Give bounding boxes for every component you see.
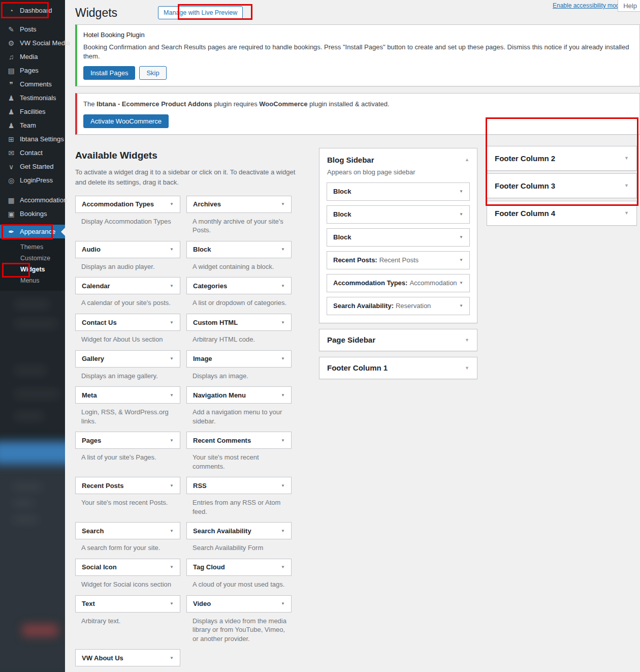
chevron-down-icon[interactable]: ▼ — [281, 601, 285, 606]
chevron-down-icon[interactable]: ▼ — [459, 258, 463, 262]
chevron-down-icon[interactable]: ▼ — [170, 247, 174, 252]
chevron-down-icon[interactable]: ▼ — [170, 320, 174, 325]
widget-card-categories[interactable]: Categories▼ — [186, 277, 292, 294]
help-tab[interactable]: Help ▼ — [618, 0, 640, 12]
footer-column-1-panel[interactable]: Footer Column 1 ▼ — [319, 357, 477, 379]
sidebar-widget-block[interactable]: Block▼ — [327, 228, 470, 247]
chevron-down-icon[interactable]: ▼ — [281, 356, 285, 361]
chevron-down-icon[interactable]: ▼ — [170, 438, 174, 443]
chevron-down-icon[interactable]: ▼ — [170, 483, 174, 488]
calendar-icon: ▣ — [6, 210, 16, 218]
widget-card-custom-html[interactable]: Custom HTML▼ — [186, 314, 292, 331]
widget-card-recent-comments[interactable]: Recent Comments▼ — [186, 432, 292, 449]
chevron-up-icon[interactable]: ▲ — [465, 157, 469, 162]
submenu-item-themes[interactable]: Themes — [0, 241, 65, 253]
sidebar-item-posts[interactable]: ✎ Posts — [0, 22, 65, 36]
sidebar-widget-search-availability[interactable]: Search Availability:Reservation▼ — [327, 297, 470, 315]
widget-card-contact-us[interactable]: Contact Us▼ — [75, 314, 180, 331]
widget-card-accommodation-types[interactable]: Accommodation Types▼ — [75, 196, 180, 213]
sidebar-widget-block[interactable]: Block▼ — [327, 182, 470, 201]
chevron-down-icon[interactable]: ▼ — [170, 393, 174, 398]
widget-card-text[interactable]: Text▼ — [75, 595, 180, 613]
chevron-down-icon[interactable]: ▼ — [459, 212, 463, 217]
sidebar-widget-recent-posts[interactable]: Recent Posts:Recent Posts▼ — [327, 251, 470, 269]
sidebar-item-testimonials[interactable]: ♟ Testimonials — [0, 91, 65, 105]
widget-card-tag-cloud[interactable]: Tag Cloud▼ — [186, 559, 292, 576]
enable-accessibility-link[interactable]: Enable accessibility mode — [553, 2, 623, 9]
footer-column-3-panel[interactable]: Footer Column 3 ▼ — [487, 173, 637, 198]
chevron-down-icon[interactable]: ▼ — [624, 156, 629, 161]
widget-card-search-availability[interactable]: Search Availability▼ — [186, 522, 292, 539]
chevron-down-icon[interactable]: ▼ — [281, 393, 285, 398]
submenu-item-menus[interactable]: Menus — [0, 275, 65, 286]
widget-card-recent-posts[interactable]: Recent Posts▼ — [75, 477, 180, 494]
widget-card-rss[interactable]: RSS▼ — [186, 477, 292, 494]
widget-card-calendar[interactable]: Calendar▼ — [75, 277, 180, 294]
sidebar-item-facilities[interactable]: ♟ Facilities — [0, 105, 65, 118]
chevron-down-icon[interactable]: ▼ — [281, 284, 285, 288]
widget-card-vw-about-us[interactable]: VW About Us▼ — [75, 649, 180, 666]
sidebar-item-media[interactable]: ♫ Media — [0, 50, 65, 64]
chevron-down-icon[interactable]: ▼ — [281, 529, 285, 533]
widgets-board: Available Widgets To activate a widget d… — [75, 145, 640, 672]
sidebar-item-comments[interactable]: ❞ Comments — [0, 77, 65, 91]
chevron-down-icon[interactable]: ▼ — [459, 189, 463, 194]
install-pages-button[interactable]: Install Pages — [83, 66, 135, 80]
sidebar-item-get-started[interactable]: ∨ Get Started — [0, 160, 65, 173]
widget-card-pages[interactable]: Pages▼ — [75, 432, 180, 449]
widget-card-navigation-menu[interactable]: Navigation Menu▼ — [186, 386, 292, 404]
skip-button[interactable]: Skip — [139, 66, 166, 80]
chevron-down-icon[interactable]: ▼ — [170, 202, 174, 206]
sidebar-item-team[interactable]: ♟ Team — [0, 118, 65, 132]
sidebar-item-loginpress[interactable]: ◎ LoginPress — [0, 173, 65, 187]
chevron-down-icon[interactable]: ▼ — [459, 235, 463, 239]
submenu-item-widgets[interactable]: Widgets — [0, 264, 65, 275]
chevron-down-icon[interactable]: ▼ — [281, 247, 285, 252]
sidebar-item-dashboard[interactable]: ◔ Dashboard — [0, 4, 65, 17]
sidebar-item-appearance[interactable]: ✒ Appearance — [0, 225, 65, 238]
footer-column-4-panel[interactable]: Footer Column 4 ▼ — [487, 201, 637, 226]
widget-card-audio[interactable]: Audio▼ — [75, 241, 180, 258]
chevron-down-icon[interactable]: ▼ — [170, 284, 174, 288]
chevron-down-icon[interactable]: ▼ — [170, 356, 174, 361]
sidebar-item-pages[interactable]: ▤ Pages — [0, 64, 65, 77]
chevron-down-icon[interactable]: ▼ — [281, 565, 285, 569]
chevron-down-icon[interactable]: ▼ — [170, 565, 174, 569]
sidebar-widget-block[interactable]: Block▼ — [327, 205, 470, 224]
activate-woocommerce-button[interactable]: Activate WooCommerce — [83, 114, 169, 128]
widget-description: Your site's most recent Posts. — [81, 498, 180, 507]
chevron-down-icon[interactable]: ▼ — [281, 202, 285, 206]
sidebar-item-bookings[interactable]: ▣ Bookings — [0, 207, 65, 221]
widget-card-block[interactable]: Block▼ — [186, 241, 292, 258]
chevron-down-icon[interactable]: ▼ — [281, 483, 285, 488]
widget-card-social-icon[interactable]: Social Icon▼ — [75, 559, 180, 576]
footer-column-2-panel[interactable]: Footer Column 2 ▼ — [487, 146, 637, 171]
chevron-down-icon[interactable]: ▼ — [281, 320, 285, 325]
widget-card-video[interactable]: Video▼ — [186, 595, 292, 613]
chevron-down-icon[interactable]: ▼ — [465, 365, 469, 371]
sidebar-item-vw-social-media[interactable]: ⚙ VW Social Media — [0, 36, 65, 50]
sidebar-item-ibtana-settings[interactable]: ⊞ Ibtana Settings — [0, 132, 65, 146]
page-sidebar-panel[interactable]: Page Sidebar ▼ — [319, 329, 477, 351]
chevron-down-icon[interactable]: ▼ — [459, 303, 463, 308]
chevron-down-icon[interactable]: ▼ — [170, 601, 174, 606]
widget-card-search[interactable]: Search▼ — [75, 522, 180, 539]
widget-card-meta[interactable]: Meta▼ — [75, 386, 180, 404]
widget-card-image[interactable]: Image▼ — [186, 350, 292, 368]
manage-live-preview-button[interactable]: Manage with Live Preview — [158, 6, 243, 19]
chevron-down-icon[interactable]: ▼ — [170, 529, 174, 533]
widget-description: Login, RSS, & WordPress.org links. — [81, 408, 180, 425]
chevron-down-icon[interactable]: ▼ — [170, 656, 174, 660]
sidebar-item-contact[interactable]: ✉ Contact — [0, 146, 65, 160]
submenu-item-customize[interactable]: Customize — [0, 253, 65, 264]
sidebar-item-accommodation[interactable]: ▦ Accommodation — [0, 193, 65, 207]
chevron-down-icon[interactable]: ▼ — [459, 281, 463, 285]
chevron-down-icon[interactable]: ▼ — [624, 210, 629, 216]
chevron-down-icon[interactable]: ▼ — [624, 183, 629, 188]
widget-card-gallery[interactable]: Gallery▼ — [75, 350, 180, 368]
sidebar-widget-accommodation-types[interactable]: Accommodation Types:Accommodation▼ — [327, 274, 470, 292]
chevron-down-icon[interactable]: ▼ — [465, 338, 469, 343]
widget-card-archives[interactable]: Archives▼ — [186, 196, 292, 213]
blog-sidebar-header[interactable]: Blog Sidebar ▲ — [319, 148, 477, 164]
chevron-down-icon[interactable]: ▼ — [281, 438, 285, 443]
